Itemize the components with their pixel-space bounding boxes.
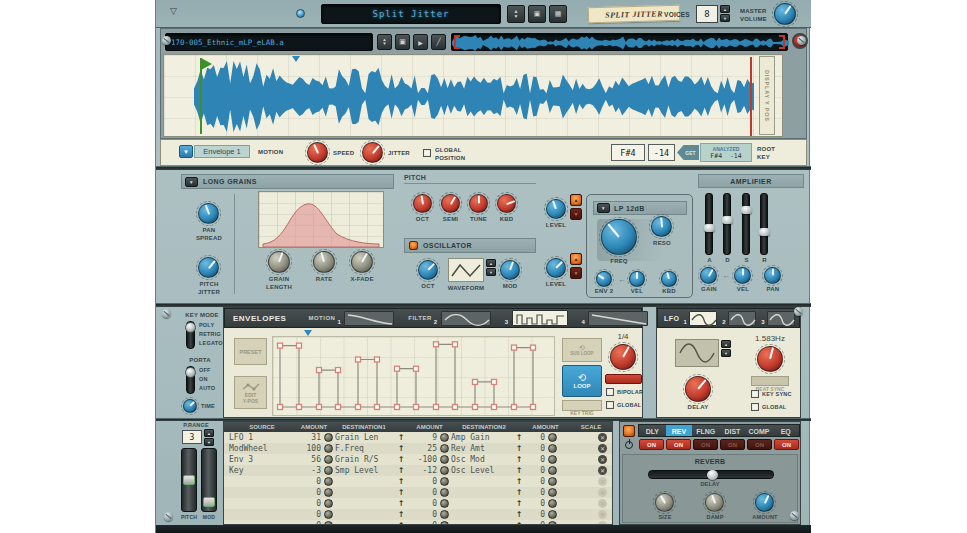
mod-amount3-knob[interactable] bbox=[548, 510, 557, 519]
fx-delay-handle[interactable] bbox=[707, 470, 718, 480]
patch-save-button[interactable]: ▦ bbox=[549, 5, 567, 23]
mod-clear-button[interactable]: ✕ bbox=[598, 488, 607, 497]
mod-destination1-cell[interactable]: F.Freq bbox=[335, 444, 395, 453]
env-beatsync-button[interactable]: BEAT SYNC bbox=[605, 374, 642, 384]
mod-amount2-cell[interactable]: -12 bbox=[407, 466, 437, 475]
mod-amount2-knob[interactable] bbox=[440, 433, 449, 442]
env-global-checkbox[interactable] bbox=[606, 401, 614, 409]
fx-delay-slider[interactable] bbox=[648, 470, 774, 479]
position-marker-icon[interactable] bbox=[292, 56, 300, 62]
filter-kbd-knob[interactable] bbox=[661, 271, 677, 287]
mod-amount3-cell[interactable]: 0 bbox=[525, 477, 545, 486]
env-tab2-label[interactable]: FILTER bbox=[408, 315, 432, 321]
mod-curve2-icon[interactable]: ↑ bbox=[513, 510, 525, 519]
mod-amount1-cell[interactable]: 0 bbox=[295, 499, 321, 508]
mod-amount1-cell[interactable]: -3 bbox=[295, 466, 321, 475]
mod-curve2-icon[interactable]: ↑ bbox=[513, 477, 525, 486]
mod-amount1-cell[interactable]: 0 bbox=[295, 488, 321, 497]
effects-led[interactable] bbox=[623, 425, 635, 437]
pitch-kbd-knob[interactable] bbox=[497, 194, 516, 213]
grain-route-b-toggle[interactable]: ▼ bbox=[570, 208, 582, 220]
mod-clear-button[interactable]: ✕ bbox=[598, 510, 607, 519]
sample-folder-button[interactable]: ▣ bbox=[395, 34, 410, 50]
env-keytrig-button[interactable]: KEY TRIG bbox=[562, 400, 602, 411]
osc-mod-knob[interactable] bbox=[500, 260, 520, 280]
mod-curve2-icon[interactable]: ↑ bbox=[513, 499, 525, 508]
patch-display[interactable]: Split Jitter bbox=[321, 4, 501, 24]
mod-destination1-cell[interactable]: Grain Len bbox=[335, 433, 395, 442]
fx-dist-on-button[interactable]: ON bbox=[720, 439, 745, 450]
mod-amount2-knob[interactable] bbox=[440, 510, 449, 519]
mod-clear-button[interactable]: ✕ bbox=[598, 477, 607, 486]
lfo-global-checkbox[interactable] bbox=[751, 403, 759, 411]
grains-mode-dropdown-icon[interactable]: ▼ bbox=[185, 177, 198, 187]
grain-shape-display[interactable] bbox=[258, 191, 384, 248]
envelope-selector-dropdown-icon[interactable]: ▼ bbox=[179, 145, 193, 158]
fx-eq-on-button[interactable]: ON bbox=[774, 439, 799, 450]
env-tab1-label[interactable]: MOTION bbox=[308, 315, 335, 321]
env-tab4-thumb[interactable] bbox=[588, 311, 648, 326]
mod-clear-button[interactable]: ✕ bbox=[598, 466, 607, 475]
filter-reso-knob[interactable] bbox=[651, 216, 672, 237]
mod-curve1-icon[interactable]: ↑ bbox=[395, 488, 407, 497]
amp-gain-knob[interactable] bbox=[700, 267, 717, 284]
sample-play-button[interactable]: ▶ bbox=[413, 34, 428, 50]
lfo-delay-knob[interactable] bbox=[685, 376, 711, 402]
mod-destination2-cell[interactable]: Osc Mod bbox=[451, 455, 513, 464]
mod-amount2-cell[interactable]: 0 bbox=[407, 499, 437, 508]
pitch-semi-knob[interactable] bbox=[441, 194, 460, 213]
mod-destination1-cell[interactable]: Grain R/S bbox=[335, 455, 395, 464]
env-preset-button[interactable]: PRESET bbox=[234, 338, 267, 365]
mod-amount3-knob[interactable] bbox=[548, 466, 557, 475]
filter-vel-knob[interactable] bbox=[629, 271, 645, 287]
p-range-box[interactable]: 3 bbox=[182, 430, 202, 444]
grain-level-knob[interactable] bbox=[546, 199, 566, 219]
rate-knob[interactable] bbox=[313, 251, 335, 273]
mod-curve2-icon[interactable]: ↑ bbox=[513, 488, 525, 497]
loop-end-bracket[interactable] bbox=[779, 35, 785, 49]
mod-amount1-knob[interactable] bbox=[324, 510, 333, 519]
env-tab1-num[interactable]: 1 bbox=[337, 319, 341, 325]
mod-amount3-cell[interactable]: 0 bbox=[525, 466, 545, 475]
env-tab2-thumb[interactable] bbox=[441, 311, 491, 326]
xfade-knob[interactable] bbox=[351, 251, 373, 273]
env-bipolar-checkbox[interactable] bbox=[606, 388, 614, 396]
mod-clear-button[interactable]: ✕ bbox=[598, 444, 607, 453]
mod-amount2-knob[interactable] bbox=[440, 444, 449, 453]
lfo-tab3-thumb[interactable] bbox=[767, 311, 795, 326]
fx-tab-dly[interactable]: DLY bbox=[639, 425, 666, 436]
voices-value-box[interactable]: 8 bbox=[696, 5, 718, 23]
mod-source-cell[interactable]: Key bbox=[229, 466, 295, 475]
root-cents-box[interactable]: -14 bbox=[648, 144, 675, 161]
pitch-jitter-knob[interactable] bbox=[198, 257, 219, 278]
oscillator-led[interactable] bbox=[409, 241, 418, 250]
mod-clear-button[interactable]: ✕ bbox=[598, 455, 607, 464]
grain-length-knob[interactable] bbox=[268, 251, 290, 273]
lfo-rate-value[interactable]: 1.583Hz bbox=[745, 334, 795, 343]
lfo-keysync-checkbox[interactable] bbox=[751, 390, 759, 398]
patch-folder-button[interactable]: ▣ bbox=[528, 5, 546, 23]
mod-curve2-icon[interactable]: ↑ bbox=[513, 466, 525, 475]
mod-amount1-cell[interactable]: 0 bbox=[295, 477, 321, 486]
lfo-tab1-num[interactable]: 1 bbox=[684, 319, 688, 325]
mod-amount3-knob[interactable] bbox=[548, 455, 557, 464]
envelope-selector[interactable]: Envelope 1 bbox=[194, 145, 250, 158]
fx-tab-flng[interactable]: FLNG bbox=[692, 425, 719, 436]
mod-destination2-cell[interactable]: Amp Gain bbox=[451, 433, 513, 442]
lfo-beatsync-button[interactable]: BEAT SYNC bbox=[751, 376, 789, 386]
filter-type-dropdown-icon[interactable]: ▼ bbox=[597, 203, 610, 213]
porta-time-knob[interactable] bbox=[183, 399, 197, 413]
mod-amount3-cell[interactable]: 0 bbox=[525, 488, 545, 497]
patch-prev-next-button[interactable]: ▲▼ bbox=[507, 5, 525, 23]
mod-amount2-cell[interactable]: -100 bbox=[407, 455, 437, 464]
mod-amount2-cell[interactable]: 0 bbox=[407, 510, 437, 519]
env-tab3-num[interactable]: 3 bbox=[505, 319, 509, 325]
lfo-rate-knob[interactable] bbox=[757, 346, 783, 372]
mod-amount1-cell[interactable]: 0 bbox=[295, 510, 321, 519]
amp-release-slider[interactable] bbox=[760, 193, 768, 255]
mod-amount1-cell[interactable]: 31 bbox=[295, 433, 321, 442]
mod-curve1-icon[interactable]: ↑ bbox=[395, 510, 407, 519]
p-range-spinner[interactable] bbox=[204, 429, 214, 446]
env-rate-knob[interactable] bbox=[610, 344, 636, 370]
mod-amount1-knob[interactable] bbox=[324, 499, 333, 508]
